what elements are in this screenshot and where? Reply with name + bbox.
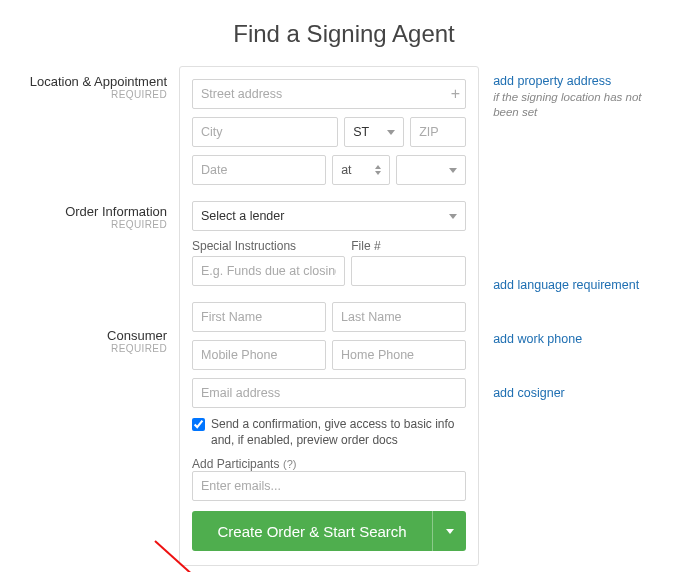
section-label-order: Order Information xyxy=(20,204,167,219)
date-input[interactable] xyxy=(192,155,326,185)
section-label-consumer: Consumer xyxy=(20,328,167,343)
form-panel: + ST at Select a lende xyxy=(179,66,479,566)
first-name-input[interactable] xyxy=(192,302,326,332)
updown-icon xyxy=(375,165,381,175)
add-address-plus-icon[interactable]: + xyxy=(451,86,460,102)
add-language-link[interactable]: add language requirement xyxy=(493,278,668,292)
at-select[interactable]: at xyxy=(332,155,390,185)
help-icon[interactable]: (?) xyxy=(283,458,296,470)
chevron-down-icon xyxy=(449,214,457,219)
add-cosigner-link[interactable]: add cosigner xyxy=(493,386,668,400)
time-select[interactable] xyxy=(396,155,466,185)
chevron-down-icon xyxy=(446,529,454,534)
home-phone-input[interactable] xyxy=(332,340,466,370)
chevron-down-icon xyxy=(449,168,457,173)
lender-select[interactable]: Select a lender xyxy=(192,201,466,231)
state-select[interactable]: ST xyxy=(344,117,404,147)
at-label: at xyxy=(341,163,351,177)
special-instructions-label: Special Instructions xyxy=(192,239,345,253)
page-title: Find a Signing Agent xyxy=(20,20,668,48)
required-label: REQUIRED xyxy=(20,343,167,354)
street-address-input[interactable] xyxy=(192,79,466,109)
file-number-label: File # xyxy=(351,239,466,253)
participants-label: Add Participants xyxy=(192,457,279,471)
required-label: REQUIRED xyxy=(20,219,167,230)
create-order-dropdown-button[interactable] xyxy=(432,511,466,551)
participants-input[interactable] xyxy=(192,471,466,501)
state-label: ST xyxy=(353,125,369,139)
mobile-phone-input[interactable] xyxy=(192,340,326,370)
last-name-input[interactable] xyxy=(332,302,466,332)
chevron-down-icon xyxy=(387,130,395,135)
send-confirmation-checkbox[interactable] xyxy=(192,418,205,431)
required-label: REQUIRED xyxy=(20,89,167,100)
add-property-hint: if the signing location has not been set xyxy=(493,90,668,120)
email-input[interactable] xyxy=(192,378,466,408)
send-confirmation-text: Send a confirmation, give access to basi… xyxy=(211,416,466,448)
section-label-location: Location & Appointment xyxy=(20,74,167,89)
create-order-button[interactable]: Create Order & Start Search xyxy=(192,511,432,551)
lender-placeholder: Select a lender xyxy=(201,209,284,223)
city-input[interactable] xyxy=(192,117,338,147)
special-instructions-input[interactable] xyxy=(192,256,345,286)
zip-input[interactable] xyxy=(410,117,466,147)
file-number-input[interactable] xyxy=(351,256,466,286)
add-property-address-link[interactable]: add property address xyxy=(493,74,668,88)
add-work-phone-link[interactable]: add work phone xyxy=(493,332,668,346)
